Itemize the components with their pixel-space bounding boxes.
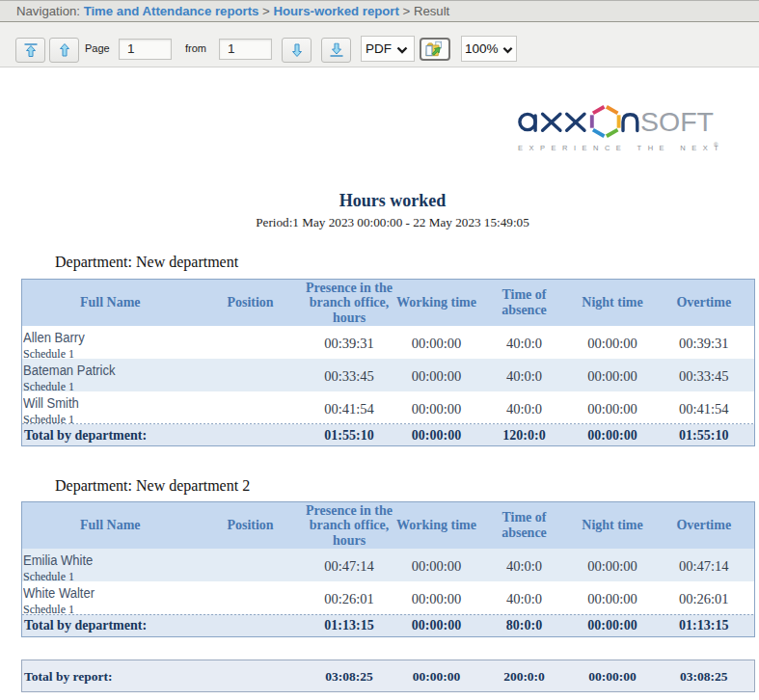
svg-text:EXPERIENCE THE NEXT: EXPERIENCE THE NEXT (518, 144, 721, 152)
svg-text:SOFT: SOFT (640, 106, 714, 137)
svg-text:®: ® (714, 142, 718, 148)
